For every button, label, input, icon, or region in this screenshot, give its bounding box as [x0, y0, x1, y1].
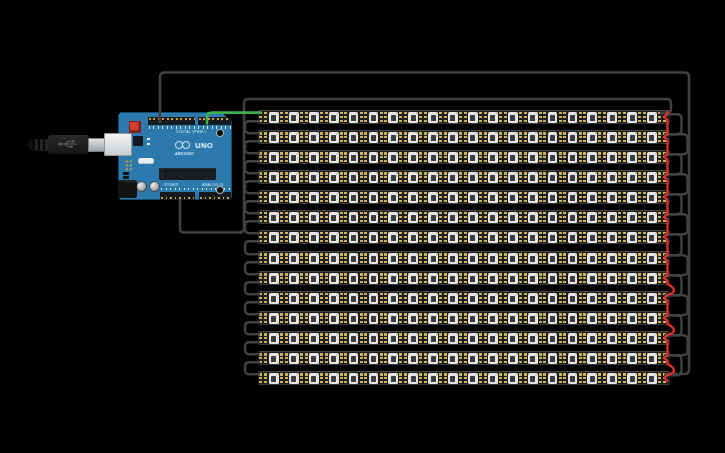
wire-left-link[interactable] — [245, 201, 259, 213]
wire-left-link[interactable] — [245, 282, 259, 294]
wire-left-link[interactable] — [245, 302, 259, 314]
wires-layer — [0, 0, 725, 453]
wire-left-link[interactable] — [245, 141, 259, 153]
wire-left-link[interactable] — [245, 181, 259, 193]
wire-ground-bus[interactable] — [160, 73, 689, 375]
circuit-canvas: DIGITAL (PWM~) UNO ARDUINO POWER ANALOG … — [0, 0, 725, 453]
wire-left-link[interactable] — [245, 161, 259, 173]
wire-left-link[interactable] — [245, 241, 259, 254]
wire-power-chain[interactable] — [664, 112, 674, 381]
wire-left-link[interactable] — [245, 262, 259, 274]
wire-left-link[interactable] — [245, 362, 259, 374]
wire-left-link[interactable] — [245, 221, 259, 233]
wire-left-link[interactable] — [245, 342, 259, 354]
wire-left-link[interactable] — [245, 322, 259, 334]
wire-left-link[interactable] — [245, 121, 259, 133]
